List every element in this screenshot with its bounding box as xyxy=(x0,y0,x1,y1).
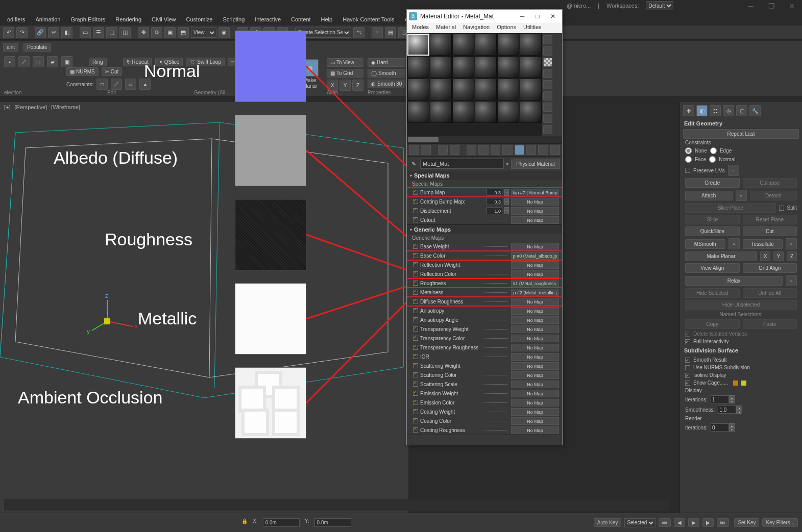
attach-list-button[interactable]: ▫ xyxy=(736,190,747,201)
hard-button[interactable]: ◆ Hard xyxy=(368,58,405,67)
vertex-subobj-button[interactable]: ▪ xyxy=(4,56,15,67)
rollout-special-maps[interactable]: Special Maps xyxy=(407,171,562,180)
material-slot[interactable] xyxy=(407,79,429,100)
menu-modifiers[interactable]: odifiers xyxy=(3,15,29,27)
align-button[interactable]: ≡ xyxy=(372,27,383,38)
map-slot-button[interactable]: No Map xyxy=(511,325,559,333)
make-preview-button[interactable] xyxy=(543,91,552,100)
select-button[interactable]: ▭ xyxy=(80,27,91,38)
menu-customize[interactable]: Customize xyxy=(182,15,217,27)
iterations-spinner[interactable] xyxy=(711,395,729,403)
smooth-result-checkbox[interactable] xyxy=(685,358,690,363)
constraint-none-radio[interactable] xyxy=(685,147,692,154)
map-enable-checkbox[interactable] xyxy=(413,262,418,267)
cp-create-tab[interactable]: ✚ xyxy=(683,105,694,116)
material-slot[interactable] xyxy=(497,79,519,100)
cp-motion-tab[interactable]: ◷ xyxy=(723,105,734,116)
material-slot[interactable] xyxy=(452,101,474,123)
view-align-button[interactable]: View Align xyxy=(685,263,740,273)
material-name-input[interactable] xyxy=(420,159,504,169)
material-slot[interactable] xyxy=(452,34,474,56)
cut-button2[interactable]: Cut xyxy=(743,226,797,236)
map-slot-button[interactable]: No Map xyxy=(511,344,559,351)
mat-map-nav-button[interactable] xyxy=(543,125,552,134)
map-enable-checkbox[interactable] xyxy=(413,409,418,414)
map-enable-checkbox[interactable] xyxy=(413,208,418,213)
map-slot-button[interactable]: No Map xyxy=(511,307,559,315)
map-enable-checkbox[interactable] xyxy=(413,199,418,204)
constraint-face-radio[interactable] xyxy=(685,156,692,163)
split-checkbox[interactable] xyxy=(779,206,784,211)
workspaces-combo[interactable]: Default xyxy=(646,1,673,10)
go-sibling-button[interactable] xyxy=(550,145,560,155)
planar-x[interactable]: X xyxy=(760,251,770,261)
autokey-button[interactable]: Auto Key xyxy=(594,518,622,527)
smooth-button[interactable]: ◯ Smooth xyxy=(368,69,405,78)
select-name-button[interactable]: ☰ xyxy=(93,27,104,38)
maximize-button[interactable]: ❐ xyxy=(761,0,782,12)
quickslice-button[interactable]: QuickSlice xyxy=(685,226,740,236)
unlink-button[interactable]: ✂ xyxy=(48,27,59,38)
spinner-arrows[interactable] xyxy=(504,207,509,214)
material-slot[interactable] xyxy=(520,56,542,78)
menu-animation[interactable]: Animation xyxy=(31,15,64,27)
constraint-face-button[interactable]: ▱ xyxy=(125,79,136,90)
map-enable-checkbox[interactable] xyxy=(413,308,418,313)
map-slot-button[interactable]: No Map xyxy=(511,390,559,397)
me-menu-material[interactable]: Material xyxy=(433,23,459,33)
map-slot-button[interactable]: lap #7 ( Normal Bump xyxy=(511,189,559,196)
map-enable-checkbox[interactable] xyxy=(413,253,418,258)
material-slot[interactable] xyxy=(407,56,429,78)
map-enable-checkbox[interactable] xyxy=(413,326,418,332)
material-editor-window[interactable]: 3 Material Editor - Metal_Mat ─ □ ✕ Mode… xyxy=(406,9,563,445)
map-enable-checkbox[interactable] xyxy=(413,363,418,368)
planar-z[interactable]: Z xyxy=(787,251,797,261)
put-library-button[interactable] xyxy=(491,145,500,155)
preserve-uvs-settings[interactable]: ▫ xyxy=(728,165,739,176)
full-interactivity-checkbox[interactable] xyxy=(685,339,690,344)
map-amount-spinner[interactable]: 0.3 xyxy=(487,198,502,205)
material-slot[interactable] xyxy=(475,101,497,123)
map-slot-button[interactable]: p #2 (Metal_metallic.j xyxy=(511,289,559,296)
grid-align-button[interactable]: Grid Align xyxy=(743,263,797,273)
cp-utilities-tab[interactable]: 🔧 xyxy=(749,105,761,116)
hide-unselected-button[interactable]: Hide Unselected xyxy=(685,300,797,310)
planar-z-button[interactable]: Z xyxy=(352,80,363,91)
menu-scripting[interactable]: Scripting xyxy=(218,15,249,27)
coord-x-value[interactable]: 0.0m xyxy=(263,518,300,527)
map-slot-button[interactable]: No Map xyxy=(511,298,559,306)
unhide-all-button[interactable]: Unhide All xyxy=(743,288,797,298)
map-slot-button[interactable]: #1 (Metal_roughness. xyxy=(511,280,559,287)
use-nurms-checkbox[interactable] xyxy=(685,365,690,370)
map-amount-spinner[interactable]: 1.0 xyxy=(487,207,502,214)
poly-subobj-button[interactable]: ▰ xyxy=(47,56,58,67)
to-view-button[interactable]: ▭ To View xyxy=(327,58,363,67)
refcoord-combo[interactable]: View xyxy=(191,28,216,38)
slice-plane-button[interactable]: Slice Plane xyxy=(685,203,776,213)
sample-type-button[interactable] xyxy=(543,35,552,44)
border-subobj-button[interactable]: ◻ xyxy=(33,56,44,67)
ribbon-tab-paint[interactable]: aint xyxy=(3,43,18,52)
show-map-button[interactable] xyxy=(515,145,524,155)
map-slot-button[interactable]: No Map xyxy=(511,207,559,215)
map-slot-button[interactable]: No Map xyxy=(511,371,559,379)
bind-button[interactable]: ◧ xyxy=(61,27,72,38)
map-enable-checkbox[interactable] xyxy=(413,299,418,304)
spinner-arrows[interactable] xyxy=(504,189,509,196)
map-slot-button[interactable]: No Map xyxy=(511,261,559,269)
map-amount-spinner[interactable]: 0.3 xyxy=(487,189,502,196)
me-close-button[interactable]: ✕ xyxy=(546,11,560,21)
material-id-button[interactable] xyxy=(502,145,512,155)
map-enable-checkbox[interactable] xyxy=(413,418,418,423)
prev-key-button[interactable]: ⏮ xyxy=(659,518,671,527)
map-enable-checkbox[interactable] xyxy=(413,354,418,359)
delete-iso-checkbox[interactable] xyxy=(685,332,690,337)
rollout-generic-maps[interactable]: Generic Maps xyxy=(407,225,562,234)
map-slot-button[interactable]: No Map xyxy=(511,216,559,224)
constraint-edge-radio[interactable] xyxy=(710,147,717,154)
map-slot-button[interactable]: No Map xyxy=(511,316,559,324)
material-editor-titlebar[interactable]: 3 Material Editor - Metal_Mat ─ □ ✕ xyxy=(407,10,562,23)
link-button[interactable]: 🔗 xyxy=(35,27,46,38)
menu-interactive[interactable]: Interactive xyxy=(251,15,285,27)
show-cage-checkbox[interactable] xyxy=(685,381,690,386)
